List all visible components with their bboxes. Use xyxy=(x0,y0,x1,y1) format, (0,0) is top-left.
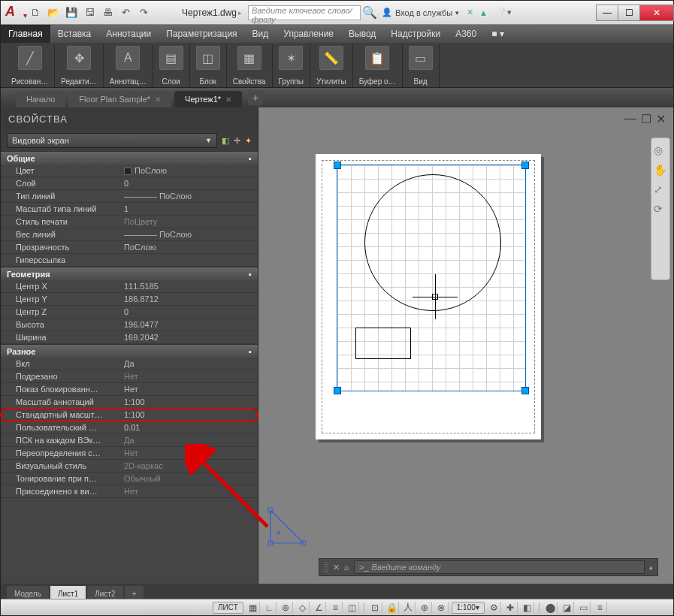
ribbon-group-0[interactable]: ╱Рисован… xyxy=(5,44,55,87)
save-icon[interactable]: 💾 xyxy=(63,5,80,21)
ribbon-group-6[interactable]: ✶Группы xyxy=(273,44,310,87)
prop-value[interactable]: Нет xyxy=(121,487,258,496)
hardware-accel-icon[interactable]: ⬤ xyxy=(544,602,558,614)
property-row[interactable]: Показ блокированн…Нет xyxy=(1,383,258,396)
property-row[interactable]: Гиперссылка xyxy=(1,254,258,267)
prop-section-header[interactable]: Геометрия▪ xyxy=(1,267,258,280)
prop-value[interactable]: ПоСлою xyxy=(121,166,258,175)
print-icon[interactable]: 🖶 xyxy=(99,5,116,21)
prop-value[interactable]: 0 xyxy=(121,179,258,188)
canvas-maximize-icon[interactable]: ☐ xyxy=(641,112,651,126)
maximize-button[interactable]: ☐ xyxy=(618,5,640,21)
minimize-button[interactable]: — xyxy=(596,5,618,21)
grip-handle[interactable] xyxy=(521,387,529,394)
property-row[interactable]: ЦветПоСлою xyxy=(1,165,258,177)
new-tab-button[interactable]: + xyxy=(248,90,263,105)
undo-icon[interactable]: ↶ xyxy=(117,5,134,21)
property-row[interactable]: Пользовательский …0.01 xyxy=(1,421,258,434)
ribbon-group-3[interactable]: ▤Слои xyxy=(153,44,190,87)
property-row[interactable]: ПрозрачностьПоСлою xyxy=(1,241,258,254)
prop-value[interactable]: 1:100 xyxy=(121,397,258,406)
menu-tab-6[interactable]: Вывод xyxy=(341,25,383,43)
cleanscreen-icon[interactable]: ▭ xyxy=(577,602,591,614)
property-row[interactable]: Масштаб аннотаций1:100 xyxy=(1,396,258,409)
grip-handle[interactable] xyxy=(334,387,341,394)
prop-value[interactable]: Обычный xyxy=(121,474,258,483)
polar-toggle-icon[interactable]: ⊕ xyxy=(280,602,293,614)
annoscale-add-icon[interactable]: ⊕ xyxy=(419,602,432,614)
prop-value[interactable]: ПоСлою xyxy=(121,243,258,252)
property-row[interactable]: Тип линий———— ПоСлою xyxy=(1,190,258,203)
prop-value[interactable]: 1 xyxy=(121,204,258,213)
selection-cycling-icon[interactable]: ⊡ xyxy=(369,602,382,614)
otrack-toggle-icon[interactable]: ∠ xyxy=(313,602,326,614)
ortho-toggle-icon[interactable]: ∟ xyxy=(263,602,277,614)
navwheel-icon[interactable]: ◎ xyxy=(654,144,667,158)
prop-value[interactable]: 0.01 xyxy=(121,423,258,432)
prop-value[interactable]: Нет xyxy=(121,448,258,457)
property-row[interactable]: ПодрезаноНет xyxy=(1,370,258,383)
prop-value[interactable]: 169.2042 xyxy=(121,333,258,342)
property-row[interactable]: Ширина169.2042 xyxy=(1,331,258,344)
property-row[interactable]: Масштаб типа линий1 xyxy=(1,203,258,216)
annoscale-lock-icon[interactable]: 🔒 xyxy=(385,602,399,614)
open-icon[interactable]: 📂 xyxy=(45,5,62,21)
menu-tab-8[interactable]: A360 xyxy=(448,25,484,43)
isolate-icon[interactable]: ◪ xyxy=(561,602,574,614)
property-row[interactable]: Центр X111.5185 xyxy=(1,280,258,293)
toggle-pim-icon[interactable]: ◧ xyxy=(222,136,229,146)
annotation-scale[interactable]: 1:100 ▾ xyxy=(452,602,485,614)
ribbon-group-1[interactable]: ✥Редакти… xyxy=(55,44,104,87)
ribbon-group-9[interactable]: ▭Вид xyxy=(403,44,440,87)
close-button[interactable]: ✕ xyxy=(639,5,674,21)
menu-tab-2[interactable]: Аннотации xyxy=(98,25,159,43)
ribbon-group-4[interactable]: ◫Блок xyxy=(190,44,227,87)
property-row[interactable]: Высота196.0477 xyxy=(1,319,258,331)
prop-value[interactable]: 186.8712 xyxy=(121,294,258,303)
file-tab[interactable]: Чертеж1*✕ xyxy=(174,91,242,107)
property-row[interactable]: ВклДа xyxy=(1,358,258,370)
prop-value[interactable]: 2D-каркас xyxy=(121,461,258,470)
prop-value[interactable]: Да xyxy=(121,359,258,368)
pan-icon[interactable]: ✋ xyxy=(654,164,667,177)
property-row[interactable]: Слой0 xyxy=(1,177,258,190)
menu-extra-icon[interactable]: ■ ▾ xyxy=(484,25,512,43)
menu-tab-0[interactable]: Главная xyxy=(1,25,50,43)
property-row[interactable]: Вес линий———— ПоСлою xyxy=(1,228,258,241)
annomon-icon[interactable]: 人 xyxy=(402,602,416,614)
customization-icon[interactable]: ≡ xyxy=(594,602,607,614)
grip-handle[interactable] xyxy=(334,162,341,169)
quickselect-icon[interactable]: ✛ xyxy=(234,136,240,146)
viewport[interactable] xyxy=(337,165,526,391)
property-row[interactable]: Центр Y186.8712 xyxy=(1,293,258,306)
menu-tab-7[interactable]: Надстройки xyxy=(383,25,448,43)
space-indicator[interactable]: ЛИСТ xyxy=(213,602,243,614)
selection-combo[interactable]: Видовой экран▼ xyxy=(7,133,217,148)
search-input[interactable]: Введите ключевое слово/фразу xyxy=(248,5,361,20)
transparency-toggle-icon[interactable]: ◫ xyxy=(346,602,359,614)
ribbon-group-8[interactable]: 📋Буфер о… xyxy=(353,44,403,87)
prop-value[interactable]: 196.0477 xyxy=(121,320,258,329)
canvas-minimize-icon[interactable]: — xyxy=(624,112,636,126)
prop-value[interactable]: 0 xyxy=(121,307,258,316)
menu-tab-5[interactable]: Управление xyxy=(276,25,341,43)
prop-section-header[interactable]: Разное▪ xyxy=(1,344,258,358)
annomonitor-icon[interactable]: ✚ xyxy=(504,602,518,614)
orbit-icon[interactable]: ⟳ xyxy=(654,203,667,216)
prop-value[interactable]: Да xyxy=(121,436,258,445)
property-row[interactable]: Переопределения с…Нет xyxy=(1,447,258,460)
annoscale-sync-icon[interactable]: ⊗ xyxy=(435,602,449,614)
close-icon[interactable]: ✕ xyxy=(155,95,161,104)
menu-tab-4[interactable]: Вид xyxy=(245,25,277,43)
drawing-canvas[interactable]: — ☐ ✕ ◎ ✋ ⤢ ⟳ xyxy=(258,107,673,584)
property-row[interactable]: ПСК на каждом ВЭк…Да xyxy=(1,434,258,447)
customize-icon[interactable]: ✕ xyxy=(333,563,340,572)
prop-value[interactable]: ———— ПоСлою xyxy=(121,192,258,201)
canvas-close-icon[interactable]: ✕ xyxy=(656,112,666,126)
lineweight-toggle-icon[interactable]: ≡ xyxy=(329,602,343,614)
prop-value[interactable]: 111.5185 xyxy=(121,282,258,291)
property-row[interactable]: Стиль печатиПоЦвету xyxy=(1,216,258,228)
ribbon-group-5[interactable]: ▦Свойства xyxy=(227,44,273,87)
grid-toggle-icon[interactable]: ▦ xyxy=(246,602,260,614)
units-icon[interactable]: ◧ xyxy=(521,602,534,614)
